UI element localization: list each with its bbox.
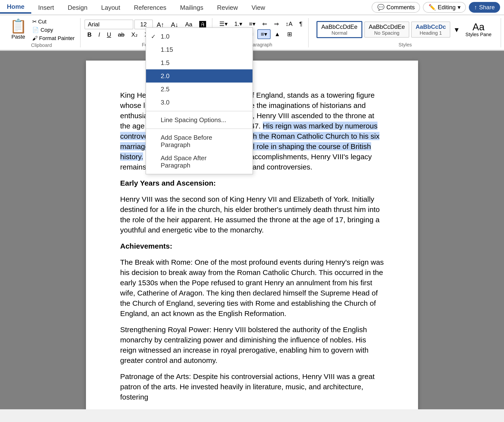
- editing-button[interactable]: ✏️ Editing ▾: [423, 2, 466, 13]
- no-spacing-name: No Spacing: [369, 30, 405, 35]
- shading-button[interactable]: ▲: [272, 30, 283, 39]
- bold-button[interactable]: B: [84, 30, 94, 39]
- add-space-before-item[interactable]: Add Space Before Paragraph: [146, 131, 252, 151]
- share-button[interactable]: ↑ Share: [469, 2, 500, 13]
- styles-pane-button[interactable]: Aa Styles Pane: [463, 19, 494, 39]
- heading1-name: Heading 1: [416, 30, 446, 35]
- cut-button[interactable]: ✂ Cut: [31, 18, 76, 25]
- ribbon: Home Insert Design Layout References Mai…: [0, 0, 504, 51]
- sort-button[interactable]: ↕A: [283, 20, 295, 28]
- style-normal-button[interactable]: AaBbCcDdEe Normal: [316, 21, 362, 38]
- line-spacing-options-item[interactable]: Line Spacing Options...: [146, 113, 252, 127]
- chevron-down-icon: ▾: [458, 4, 461, 11]
- more-styles-button[interactable]: ▾: [452, 24, 461, 34]
- pencil-icon: ✏️: [429, 4, 436, 11]
- tab-references[interactable]: References: [127, 2, 173, 13]
- tab-home[interactable]: Home: [0, 1, 31, 14]
- spacing-1-5-option[interactable]: 1.5: [146, 56, 252, 69]
- spacing-3-0-option[interactable]: 3.0: [146, 96, 252, 109]
- early-years-heading-text: Early Years and Ascension:: [120, 179, 216, 187]
- multilevel-button[interactable]: ≡▾: [246, 20, 258, 28]
- ribbon-tab-bar: Home Insert Design Layout References Mai…: [0, 0, 504, 15]
- decrease-indent-button[interactable]: ⇐: [259, 20, 270, 28]
- clipboard-group: 📋 Paste ✂ Cut 📄 Copy 🖌 Format Painter Cl…: [3, 18, 81, 47]
- no-spacing-preview: AaBbCcDdEe: [369, 23, 405, 30]
- dropdown-divider-1: [146, 111, 252, 111]
- comment-icon: 💬: [377, 4, 385, 11]
- right-buttons-section: 💬 Comments ✏️ Editing ▾ ↑ Share: [368, 0, 504, 15]
- normal-name: Normal: [321, 30, 357, 35]
- show-marks-button[interactable]: ¶: [296, 20, 305, 28]
- tab-insert[interactable]: Insert: [31, 2, 61, 13]
- styles-pane-label: Styles Pane: [465, 32, 492, 37]
- dropdown-divider-2: [146, 128, 252, 129]
- check-icon: ✓: [151, 33, 156, 40]
- paste-button[interactable]: 📋 Paste: [7, 19, 30, 41]
- spacing-2-0-option[interactable]: 2.0: [146, 69, 252, 83]
- paste-icon: 📋: [10, 20, 27, 33]
- comments-button[interactable]: 💬 Comments: [372, 2, 420, 13]
- achievements-heading-text: Achievements:: [120, 242, 172, 250]
- spacing-1-0-option[interactable]: ✓ 1.0: [146, 30, 252, 43]
- tab-mailings[interactable]: Mailings: [173, 2, 210, 13]
- tab-section: Home Insert Design Layout References Mai…: [0, 0, 272, 15]
- heading1-preview: AaBbCcDc: [416, 23, 446, 30]
- styles-group: AaBbCcDdEe Normal AaBbCcDdEe No Spacing …: [310, 18, 501, 47]
- paragraph-3: The Break with Rome: One of the most pro…: [120, 257, 384, 318]
- strikethrough-button[interactable]: ab: [115, 30, 127, 39]
- increase-indent-button[interactable]: ⇒: [271, 20, 282, 28]
- paragraph-early-years-heading: Early Years and Ascension:: [120, 178, 384, 188]
- tab-layout[interactable]: Layout: [94, 2, 127, 13]
- paragraph-5: Patronage of the Arts: Despite his contr…: [120, 371, 384, 402]
- paste-label: Paste: [11, 34, 25, 40]
- styles-pane-icon: Aa: [472, 22, 484, 32]
- style-no-spacing-button[interactable]: AaBbCcDdEe No Spacing: [364, 21, 409, 37]
- underline-button[interactable]: U: [104, 30, 114, 39]
- tab-design[interactable]: Design: [61, 2, 94, 13]
- subscript-button[interactable]: X₂: [128, 30, 141, 39]
- borders-button[interactable]: ⊞: [284, 30, 295, 39]
- bullets-button[interactable]: ☰▾: [216, 20, 231, 28]
- tab-review[interactable]: Review: [210, 2, 245, 13]
- copy-button[interactable]: 📄 Copy: [31, 26, 76, 33]
- share-icon: ↑: [474, 4, 477, 11]
- paragraph-2: Henry VIII was the second son of King He…: [120, 194, 384, 235]
- spacing-2-5-option[interactable]: 2.5: [146, 83, 252, 96]
- tab-view[interactable]: View: [245, 2, 272, 13]
- italic-button[interactable]: I: [95, 30, 103, 39]
- line-spacing-dropdown: ✓ 1.0 1.15 1.5 2.0 2.5 3.0 Line Spacing …: [146, 27, 253, 174]
- paragraph-achievements-heading: Achievements:: [120, 241, 384, 251]
- styles-label: Styles: [399, 42, 412, 47]
- line-spacing-button[interactable]: ≡▾: [257, 29, 271, 39]
- style-heading1-button[interactable]: AaBbCcDc Heading 1: [411, 21, 450, 37]
- normal-preview: AaBbCcDdEe: [321, 23, 357, 30]
- clipboard-label: Clipboard: [31, 42, 52, 48]
- spacing-1-15-option[interactable]: 1.15: [146, 43, 252, 56]
- clipboard-mini-buttons: ✂ Cut 📄 Copy 🖌 Format Painter: [31, 18, 76, 41]
- font-name-input[interactable]: [84, 20, 133, 29]
- numbering-button[interactable]: 1.▾: [231, 20, 245, 28]
- add-space-after-item[interactable]: Add Space After Paragraph: [146, 151, 252, 172]
- format-painter-button[interactable]: 🖌 Format Painter: [31, 34, 76, 41]
- paragraph-4: Strengthening Royal Power: Henry VIII bo…: [120, 324, 384, 365]
